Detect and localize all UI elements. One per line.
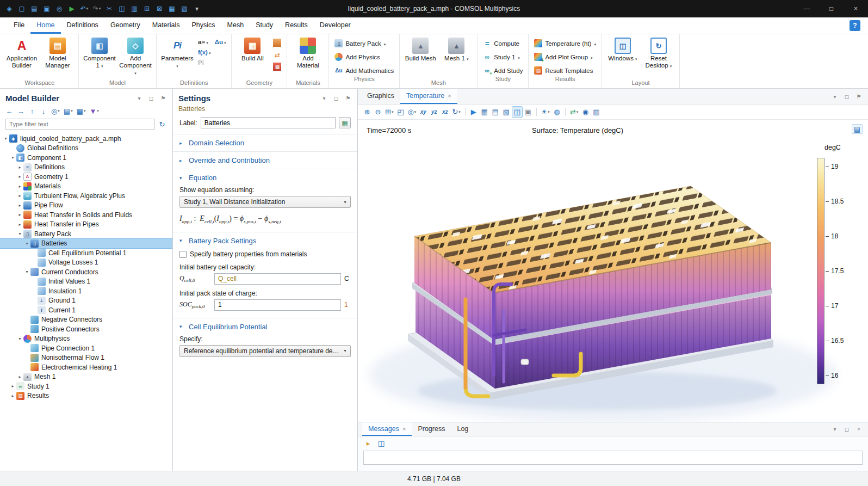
tree-item-materials[interactable]: ▸ Materials: [0, 182, 172, 192]
clear-messages-icon[interactable]: ▸: [363, 438, 373, 449]
customize-icon[interactable]: ▾: [191, 2, 203, 15]
back-icon[interactable]: ←: [4, 106, 14, 116]
study1-button[interactable]: Study 1: [481, 52, 524, 61]
plot-window-icon[interactable]: ◫: [512, 107, 522, 118]
expander-icon[interactable]: ▸: [16, 222, 23, 227]
table-icon[interactable]: ▦: [480, 107, 489, 118]
expander-icon[interactable]: ▸: [16, 212, 23, 217]
tree-item-ground-1[interactable]: Ground 1: [0, 296, 172, 306]
model-builder-window-icon[interactable]: ▦: [166, 2, 178, 15]
nonlocal-couplings-button[interactable]: Δu: [213, 38, 228, 46]
tree-item-pipe-flow[interactable]: ▸ Pipe Flow: [0, 201, 172, 211]
soc-input[interactable]: [214, 299, 341, 311]
model-manager-button[interactable]: Model Manager: [41, 36, 75, 71]
materials-properties-checkbox[interactable]: [179, 251, 187, 258]
pin-icon[interactable]: ⚑: [343, 93, 353, 103]
tree-item-positive-connectors[interactable]: Positive Connectors: [0, 324, 172, 334]
menu-developer[interactable]: Developer: [314, 17, 357, 34]
menu-definitions[interactable]: Definitions: [61, 17, 104, 34]
run-icon[interactable]: ▶: [66, 2, 78, 15]
refresh-tree-icon[interactable]: ↻: [157, 119, 167, 130]
section-header-override[interactable]: ▸ Override and Contribution: [173, 152, 357, 169]
maximize-icon[interactable]: □: [819, 0, 844, 17]
move-down-icon[interactable]: ↓: [39, 106, 48, 116]
open-file-icon[interactable]: ▤: [28, 2, 40, 15]
messages-tab-messages[interactable]: Messages×: [362, 422, 412, 436]
expander-icon[interactable]: ▸: [9, 384, 16, 389]
section-header-equation[interactable]: ▾ Equation: [173, 169, 357, 186]
view-yz-icon[interactable]: yz: [429, 107, 439, 118]
panel-menu-icon[interactable]: ▾: [319, 93, 329, 103]
tree-item-current-1[interactable]: Current 1: [0, 305, 172, 315]
expander-icon[interactable]: ▾: [16, 231, 23, 236]
tree-item-battery-pack[interactable]: ▾ Battery Pack: [0, 229, 172, 239]
tree-item-definitions[interactable]: ▸ Definitions: [0, 163, 172, 173]
geometry-import-button[interactable]: [271, 38, 283, 47]
minimize-icon[interactable]: —: [795, 0, 819, 17]
geometry-cleanup-button[interactable]: [271, 62, 283, 71]
comsol-logo-icon[interactable]: ◈: [3, 2, 15, 15]
help-button[interactable]: ?: [850, 20, 860, 31]
windows-button[interactable]: Windows: [606, 36, 640, 64]
compute-button[interactable]: Compute: [481, 39, 524, 48]
float-icon[interactable]: ◻: [146, 93, 156, 103]
float-icon[interactable]: ◻: [842, 424, 852, 435]
tree-item-voltage-losses-1[interactable]: Voltage Losses 1: [0, 258, 172, 268]
add-component-button[interactable]: Add Component: [119, 36, 152, 78]
pin-icon[interactable]: ⚑: [854, 91, 864, 102]
save-icon[interactable]: ▣: [41, 2, 53, 15]
messages-tab-log[interactable]: Log: [451, 422, 474, 436]
tree-item-electrochemical-heating-1[interactable]: Electrochemical Heating 1: [0, 362, 172, 372]
update-plot-icon[interactable]: ⇄▾: [569, 107, 579, 118]
add-window-icon[interactable]: ▧: [178, 2, 190, 15]
equation-assumption-combo[interactable]: Study 1, Wall Distance Initialization ▾: [179, 196, 351, 208]
messages-tab-progress[interactable]: Progress: [412, 422, 451, 436]
snapshot-icon[interactable]: ◉: [580, 107, 590, 118]
zoom-extents-icon[interactable]: ◰: [395, 107, 405, 118]
duplicate-icon[interactable]: ⊞: [141, 2, 153, 15]
add-physics-button[interactable]: Add Physics: [333, 52, 395, 61]
tree-item-liquid-cooled-battery-pack-a-mph[interactable]: ▾ liquid_cooled_battery_pack_a.mph: [0, 134, 172, 144]
menu-physics[interactable]: Physics: [185, 17, 221, 34]
zoom-out-icon[interactable]: ⊖: [373, 107, 383, 118]
geometry-livelink-button[interactable]: [271, 50, 283, 59]
result-templates-button[interactable]: Result Templates: [532, 66, 598, 75]
expander-icon[interactable]: ▸: [16, 184, 23, 189]
tree-item-global-definitions[interactable]: Global Definitions: [0, 144, 172, 153]
tree-item-multiphysics[interactable]: ▾ Multiphysics: [0, 334, 172, 344]
menu-results[interactable]: Results: [279, 17, 314, 34]
expander-icon[interactable]: ▾: [9, 155, 16, 160]
expander-icon[interactable]: ▸: [16, 193, 23, 198]
menu-geometry[interactable]: Geometry: [104, 17, 146, 34]
move-up-icon[interactable]: ↑: [27, 106, 37, 116]
temperature-plot-button[interactable]: Temperature (ht): [532, 39, 598, 48]
delete-icon[interactable]: ⊠: [153, 2, 165, 15]
label-input[interactable]: [201, 117, 336, 128]
specify-combo[interactable]: Reference equilibrium potential and temp…: [179, 345, 351, 357]
tree-item-heat-transfer-in-solids-and-fluids[interactable]: ▸ Heat Transfer in Solids and Fluids: [0, 210, 172, 220]
close-panel-icon[interactable]: ×: [854, 424, 864, 435]
tree-item-results[interactable]: ▸ Results: [0, 391, 172, 401]
filter-input[interactable]: [5, 119, 155, 130]
plot-properties-icon[interactable]: ▤: [852, 124, 863, 134]
reset-desktop-button[interactable]: Reset Desktop: [642, 36, 675, 71]
menu-study[interactable]: Study: [250, 17, 279, 34]
graphics-tab-graphics[interactable]: Graphics: [361, 89, 400, 104]
scene-light-icon[interactable]: ☀▾: [540, 107, 551, 118]
new-file-icon[interactable]: ▢: [16, 2, 28, 15]
menu-file[interactable]: File: [8, 17, 30, 34]
lock-icon[interactable]: ▣: [523, 107, 533, 118]
default-view-icon[interactable]: ◎▾: [406, 107, 417, 118]
collapse-icon[interactable]: ▤▾: [63, 106, 74, 116]
close-icon[interactable]: ×: [844, 0, 868, 17]
tree-item-pipe-connection-1[interactable]: Pipe Connection 1: [0, 343, 172, 353]
graphics-canvas[interactable]: Time=72000 s Surface: Temperature (degC)…: [358, 120, 868, 422]
build-mesh-button[interactable]: Build Mesh: [404, 36, 437, 64]
undo-icon[interactable]: ↶▾: [78, 2, 90, 15]
show-icon[interactable]: ◎▾: [50, 106, 61, 116]
battery-pack-menu-button[interactable]: Battery Pack: [333, 39, 395, 48]
image-icon[interactable]: ▤: [491, 107, 500, 118]
zoom-box-icon[interactable]: ⊞▾: [384, 107, 394, 118]
view-xy-icon[interactable]: xy: [418, 107, 428, 118]
plot-icon[interactable]: ▧: [501, 107, 511, 118]
